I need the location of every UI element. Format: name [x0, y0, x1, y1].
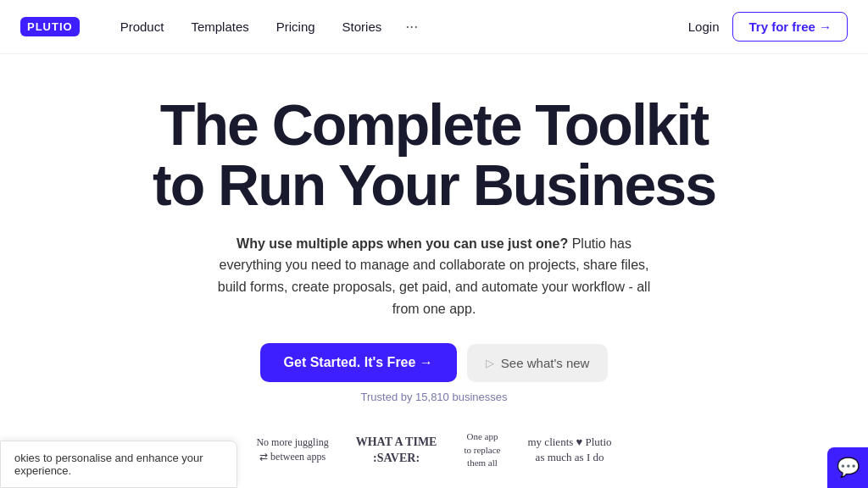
hero-subtitle: Why use multiple apps when you can use j… — [214, 233, 654, 319]
handwriting-badge-0: No more juggling⇄ between apps — [256, 435, 328, 464]
logo-text: PLUTIO — [20, 17, 80, 36]
nav-more-button[interactable]: ··· — [395, 11, 428, 42]
trusted-text: Trusted by 15,810 businesses — [34, 391, 834, 403]
see-whats-new-button[interactable]: ▷ See what's new — [467, 344, 609, 382]
play-icon: ▷ — [486, 357, 494, 369]
nav-item-templates[interactable]: Templates — [177, 13, 262, 41]
hero-title-line1: The Complete Toolkit — [160, 92, 708, 157]
hero-cta: Get Started. It's Free → ▷ See what's ne… — [34, 343, 834, 382]
hero-subtitle-bold: Why use multiple apps when you can use j… — [236, 236, 568, 251]
hero-section: The Complete Toolkit to Run Your Busines… — [0, 54, 868, 403]
chat-button[interactable]: 💬 — [827, 447, 868, 488]
hero-title-line2: to Run Your Business — [153, 152, 715, 217]
arrows-icon: ⇄ — [259, 451, 268, 463]
nav-link-stories[interactable]: Stories — [329, 13, 396, 41]
nav-links: Product Templates Pricing Stories ··· — [107, 11, 429, 42]
hero-title: The Complete Toolkit to Run Your Busines… — [34, 95, 834, 216]
nav-right: Login Try for free → — [688, 12, 848, 42]
cookie-banner: okies to personalise and enhance your ex… — [0, 441, 237, 488]
nav-link-pricing[interactable]: Pricing — [263, 13, 329, 41]
chat-icon: 💬 — [837, 457, 860, 479]
try-free-button[interactable]: Try for free → — [732, 12, 848, 42]
nav-item-pricing[interactable]: Pricing — [263, 13, 329, 41]
cookie-text: okies to personalise and enhance your ex… — [14, 452, 203, 477]
handwriting-badge-1: WHAT A TIME:SAVER: — [356, 434, 437, 467]
nav-item-product[interactable]: Product — [107, 13, 178, 41]
nav-item-stories[interactable]: Stories — [329, 13, 396, 41]
handwriting-badge-2: One appto replacethem all — [464, 430, 500, 469]
logo[interactable]: PLUTIO — [20, 17, 80, 36]
handwriting-badge-3: my clients ♥ Plutioas much as I do — [528, 435, 612, 465]
navbar: PLUTIO Product Templates Pricing Stories… — [0, 0, 868, 54]
get-started-button[interactable]: Get Started. It's Free → — [260, 343, 457, 382]
login-button[interactable]: Login — [688, 19, 720, 34]
nav-link-product[interactable]: Product — [107, 13, 178, 41]
nav-link-templates[interactable]: Templates — [177, 13, 262, 41]
see-whats-new-label: See what's new — [501, 356, 590, 370]
